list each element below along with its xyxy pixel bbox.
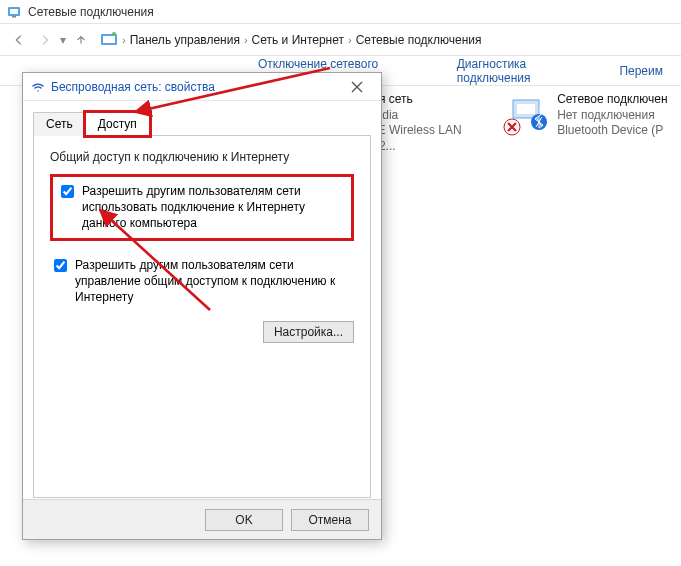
toolbar-rename[interactable]: Переим bbox=[619, 64, 663, 78]
dialog-title: Беспроводная сеть: свойства bbox=[51, 80, 215, 94]
checkbox-allow-control-label: Разрешить другим пользователям сети упра… bbox=[75, 257, 350, 306]
svg-rect-1 bbox=[10, 9, 18, 14]
nav-back-button[interactable] bbox=[8, 29, 30, 51]
chevron-right-icon: › bbox=[122, 34, 126, 46]
properties-dialog: Беспроводная сеть: свойства Сеть Доступ … bbox=[22, 72, 382, 540]
app-icon bbox=[6, 4, 22, 20]
adapter-bluetooth[interactable]: Сетевое подключен Нет подключения Blueto… bbox=[509, 92, 671, 154]
nav-up-button[interactable] bbox=[70, 29, 92, 51]
adapter-device: Bluetooth Device (P bbox=[557, 123, 667, 139]
window-title: Сетевые подключения bbox=[28, 5, 154, 19]
breadcrumb-item[interactable]: Сеть и Интернет bbox=[252, 33, 344, 47]
adapter-device: ICE Wireless LAN 802... bbox=[366, 123, 484, 154]
tab-access[interactable]: Доступ bbox=[85, 112, 150, 136]
wifi-icon bbox=[31, 80, 45, 94]
adapter-status: Нет подключения bbox=[557, 108, 667, 124]
error-x-icon bbox=[503, 118, 521, 136]
checkbox-allow-share[interactable]: Разрешить другим пользователям сети испо… bbox=[50, 174, 354, 241]
settings-button[interactable]: Настройка... bbox=[263, 321, 354, 343]
toolbar-diagnose[interactable]: Диагностика подключения bbox=[457, 57, 594, 85]
checkbox-allow-share-input[interactable] bbox=[61, 185, 74, 198]
nav-forward-button[interactable] bbox=[34, 29, 56, 51]
window-titlebar: Сетевые подключения bbox=[0, 0, 681, 24]
dialog-titlebar: Беспроводная сеть: свойства bbox=[23, 73, 381, 101]
svg-rect-4 bbox=[103, 36, 115, 43]
adapter-name: ная сеть bbox=[366, 92, 484, 108]
adapter-name: Сетевое подключен bbox=[557, 92, 667, 108]
breadcrumb: › Панель управления › Сеть и Интернет › … bbox=[100, 31, 481, 49]
checkbox-allow-share-label: Разрешить другим пользователям сети испо… bbox=[82, 183, 343, 232]
dialog-footer: OK Отмена bbox=[23, 499, 381, 539]
nav-recent-dropdown[interactable]: ▾ bbox=[60, 33, 66, 47]
chevron-right-icon: › bbox=[348, 34, 352, 46]
svg-point-5 bbox=[112, 32, 116, 36]
breadcrumb-item[interactable]: Сетевые подключения bbox=[356, 33, 482, 47]
chevron-right-icon: › bbox=[244, 34, 248, 46]
tab-network[interactable]: Сеть bbox=[33, 112, 86, 136]
control-panel-icon bbox=[100, 31, 118, 49]
cancel-button[interactable]: Отмена bbox=[291, 509, 369, 531]
close-button[interactable] bbox=[341, 76, 373, 98]
tab-page-access: Общий доступ к подключению к Интернету Р… bbox=[33, 136, 371, 498]
group-label: Общий доступ к подключению к Интернету bbox=[50, 150, 354, 164]
adapter-status: Media bbox=[366, 108, 484, 124]
ok-button[interactable]: OK bbox=[205, 509, 283, 531]
nav-bar: ▾ › Панель управления › Сеть и Интернет … bbox=[0, 24, 681, 56]
svg-rect-2 bbox=[12, 16, 16, 18]
network-adapter-icon bbox=[509, 92, 549, 132]
tab-strip: Сеть Доступ bbox=[33, 111, 371, 136]
breadcrumb-item[interactable]: Панель управления bbox=[130, 33, 240, 47]
checkbox-allow-control-input[interactable] bbox=[54, 259, 67, 272]
svg-rect-10 bbox=[517, 104, 535, 114]
checkbox-allow-control[interactable]: Разрешить другим пользователям сети упра… bbox=[50, 255, 354, 308]
